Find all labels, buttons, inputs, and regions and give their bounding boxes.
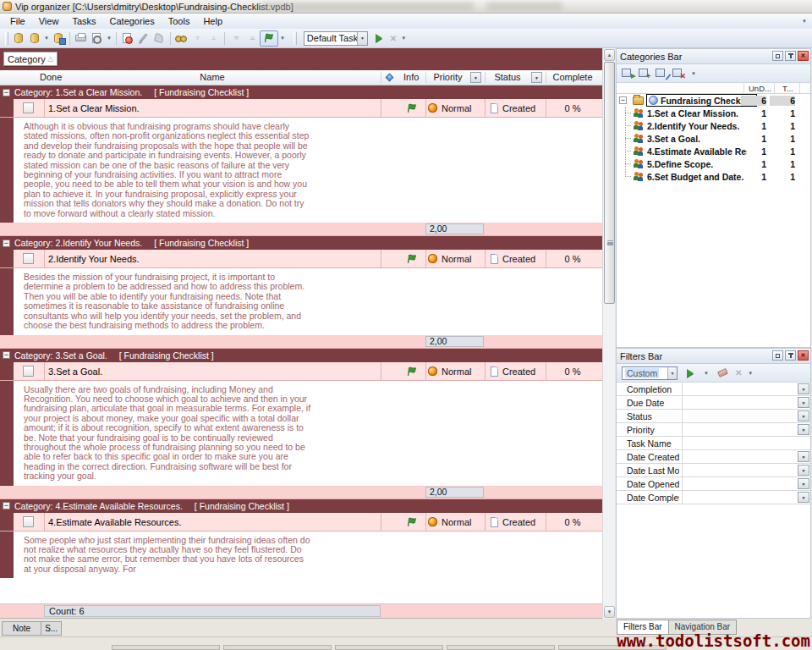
filter-value-dropdown-icon[interactable]: ▼ — [798, 383, 809, 394]
column-undone[interactable]: UnD... — [749, 84, 771, 93]
categories-toolbar-dropdown-icon[interactable]: ▼ — [691, 71, 696, 76]
filter-row[interactable]: Task Name — [617, 437, 810, 450]
grid-vertical-scrollbar[interactable]: ▲ ▼ — [602, 48, 615, 619]
delete-category-icon[interactable]: ✕ — [672, 68, 685, 79]
menu-help[interactable]: Help — [196, 14, 229, 28]
column-status[interactable]: Status — [485, 72, 530, 82]
task-row[interactable]: 1.Set a Clear Mission. Normal Created 0 … — [0, 99, 602, 118]
category-header-row[interactable]: − Category: 1.Set a Clear Mission. [ Fun… — [0, 85, 602, 99]
task-row[interactable]: 4.Estimate Available Resources. Normal C… — [0, 513, 602, 532]
collapse-group-icon[interactable]: − — [3, 502, 10, 510]
menu-categories[interactable]: Categories — [103, 14, 162, 28]
filter-row[interactable]: Date Created ▼ — [617, 450, 810, 464]
filter-value-dropdown-icon[interactable]: ▼ — [798, 478, 809, 489]
filter-value-dropdown-icon[interactable]: ▼ — [798, 397, 809, 408]
column-name[interactable]: Name — [44, 72, 381, 82]
open-database-icon[interactable] — [26, 31, 42, 46]
menu-file[interactable]: File — [3, 14, 32, 28]
tree-category-item[interactable]: 2.Identify Your Needs. 1 1 — [617, 119, 810, 132]
filter-row[interactable]: Date Completed ▼ — [617, 491, 810, 504]
new-task-icon[interactable] — [119, 31, 135, 46]
task-view-combobox[interactable]: Default Task V ▼ — [304, 31, 368, 46]
panel-float-icon[interactable] — [772, 350, 783, 361]
collapse-group-icon[interactable]: − — [3, 351, 10, 359]
filter-row[interactable]: Date Last Modifie ▼ — [617, 464, 810, 477]
filter-row[interactable]: Priority ▼ — [617, 423, 810, 437]
collapse-group-icon[interactable]: − — [3, 89, 10, 96]
edit-category-icon[interactable] — [656, 68, 668, 79]
filter-preset-combobox[interactable]: Custom ▼ — [622, 366, 678, 380]
group-by-category-button[interactable]: Category △ — [3, 52, 58, 66]
scrollbar-thumb[interactable] — [604, 62, 615, 304]
open-dropdown-icon[interactable]: ▼ — [44, 36, 49, 41]
panel-pin-icon[interactable] — [785, 51, 796, 61]
apply-filter-icon[interactable] — [682, 366, 698, 380]
category-label: 3.Set a Goal. — [647, 134, 700, 144]
filter-row[interactable]: Status ▼ — [617, 410, 810, 423]
clear-filter-icon[interactable] — [715, 366, 731, 380]
filter-value-dropdown-icon[interactable]: ▼ — [798, 424, 809, 435]
status-filter-dropdown-icon[interactable]: ▼ — [531, 72, 542, 83]
print-preview-icon[interactable] — [89, 31, 105, 46]
apply-filter-dropdown-icon[interactable]: ▼ — [704, 371, 709, 376]
menu-view[interactable]: View — [32, 14, 66, 28]
column-complete[interactable]: Complete — [546, 72, 600, 82]
menu-tasks[interactable]: Tasks — [65, 14, 102, 28]
filter-row[interactable]: Date Opened ▼ — [617, 477, 810, 491]
filter-row[interactable]: Completion ▼ — [617, 383, 810, 396]
tree-category-item[interactable]: 5.Define Scope. 1 1 — [617, 157, 810, 170]
tree-collapse-icon[interactable]: − — [619, 96, 627, 104]
combo-dropdown-icon[interactable]: ▼ — [667, 367, 677, 379]
column-total[interactable]: T... — [782, 84, 793, 93]
filter-value-dropdown-icon[interactable]: ▼ — [798, 410, 809, 421]
tab-subtasks[interactable]: S... — [41, 621, 62, 636]
combo-dropdown-icon[interactable]: ▼ — [357, 32, 367, 45]
save-database-icon[interactable] — [51, 31, 67, 46]
toolbar-overflow-icon[interactable]: ▼ — [802, 19, 807, 24]
menu-tools[interactable]: Tools — [162, 14, 197, 28]
done-checkbox[interactable] — [23, 516, 34, 527]
category-total-count: 1 — [770, 134, 795, 144]
panel-pin-icon[interactable] — [785, 350, 796, 361]
priority-filter-dropdown-icon[interactable]: ▼ — [470, 72, 481, 83]
tree-category-item[interactable]: 3.Set a Goal. 1 1 — [617, 132, 810, 145]
view-dropdown-icon[interactable]: ▼ — [401, 36, 406, 41]
new-checklist-icon[interactable] — [622, 68, 634, 79]
done-checkbox[interactable] — [23, 253, 34, 264]
done-checkbox[interactable] — [23, 366, 34, 377]
category-checklist-suffix: [ Fundraising Checklist ] — [119, 350, 214, 361]
filter-value-dropdown-icon[interactable]: ▼ — [798, 465, 809, 476]
task-row[interactable]: 3.Set a Goal. Normal Created 0 % — [0, 362, 602, 381]
filters-toolbar-dropdown-icon[interactable]: ▼ — [748, 371, 753, 376]
task-row[interactable]: 2.Identify Your Needs. Normal Created 0 … — [0, 250, 602, 268]
tree-category-item[interactable]: 4.Estimate Available Resource 1 1 — [617, 145, 810, 157]
apply-view-icon[interactable] — [371, 31, 387, 46]
scroll-up-icon[interactable]: ▲ — [604, 49, 615, 61]
scroll-down-icon[interactable]: ▼ — [604, 606, 615, 618]
tab-note[interactable]: Note — [2, 621, 41, 636]
flag-dropdown-icon[interactable]: ▼ — [280, 36, 285, 41]
column-info[interactable]: Info — [403, 72, 419, 82]
category-header-row[interactable]: − Category: 3.Set a Goal. [ Fundraising … — [0, 349, 602, 362]
done-checkbox[interactable] — [23, 102, 34, 113]
tree-category-item[interactable]: 1.Set a Clear Mission. 1 1 — [617, 107, 810, 119]
tree-category-item[interactable]: 6.Set Budget and Date. 1 1 — [617, 170, 810, 183]
category-header-row[interactable]: − Category: 4.Estimate Available Resourc… — [0, 499, 602, 513]
print-icon[interactable] — [73, 31, 89, 46]
panel-close-icon[interactable]: ✕ — [798, 350, 809, 361]
collapse-group-icon[interactable]: − — [3, 240, 10, 247]
category-header-row[interactable]: − Category: 2.Identify Your Needs. [ Fun… — [0, 236, 602, 250]
new-database-icon[interactable] — [10, 31, 26, 46]
print-dropdown-icon[interactable]: ▼ — [107, 36, 112, 41]
filter-value-dropdown-icon[interactable]: ▼ — [798, 451, 809, 462]
show-done-icon[interactable] — [173, 31, 189, 46]
filter-row[interactable]: Due Date ▼ — [617, 396, 810, 410]
panel-float-icon[interactable] — [772, 51, 783, 61]
column-priority[interactable]: Priority — [425, 72, 470, 82]
tree-column-headers: UnD... T... — [617, 83, 810, 94]
tree-root-row[interactable]: − Fundraising Checklist 6 6 — [617, 94, 810, 107]
panel-close-icon[interactable]: ✕ — [798, 51, 809, 61]
add-category-icon[interactable]: + — [639, 68, 651, 79]
notification-flag-icon[interactable] — [260, 30, 278, 47]
filter-value-dropdown-icon[interactable]: ▼ — [798, 492, 809, 503]
